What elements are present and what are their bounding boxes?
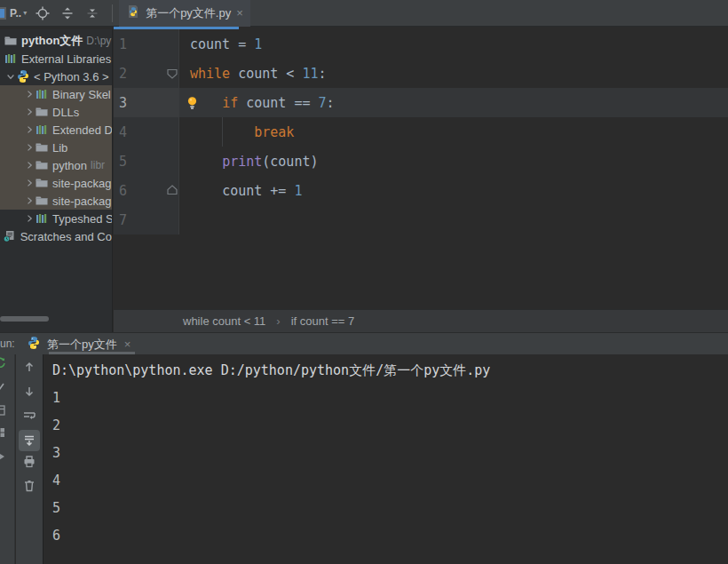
code-text: while count < 11: xyxy=(190,66,327,82)
gutter[interactable]: 6 xyxy=(114,176,179,205)
console-output-line: 2 xyxy=(52,412,728,440)
line-number: 4 xyxy=(114,124,127,140)
line-number: 1 xyxy=(114,36,127,52)
scroll-to-end-icon[interactable] xyxy=(19,430,40,451)
gutter[interactable]: 4 xyxy=(114,117,179,147)
locate-icon[interactable] xyxy=(35,5,51,21)
breadcrumb-item[interactable]: if count == 7 xyxy=(291,314,355,328)
chevron-right-icon[interactable] xyxy=(23,158,35,172)
gutter[interactable]: 1 xyxy=(114,29,179,59)
console-output-line: 3 xyxy=(52,440,728,467)
print-icon[interactable] xyxy=(22,455,36,469)
chevron-right-icon[interactable] xyxy=(23,211,35,226)
intention-bulb-icon[interactable] xyxy=(185,95,200,110)
tree-item-site-packag[interactable]: site-packag xyxy=(0,192,112,210)
tree-item-scratches-and-co[interactable]: Scratches and Co xyxy=(0,227,112,245)
line-number: 5 xyxy=(114,154,127,170)
code-cell[interactable]: break xyxy=(179,117,728,147)
code-text: count += 1 xyxy=(190,183,302,199)
code-cell[interactable]: if count == 7: xyxy=(179,88,728,117)
code-cell[interactable]: while count < 11: xyxy=(179,59,728,88)
pin-icon[interactable] xyxy=(0,449,7,464)
console-output-line: 6 xyxy=(52,522,728,550)
tree-item-python[interactable]: pythonlibr xyxy=(0,156,112,174)
collapse-all-icon[interactable] xyxy=(84,5,100,21)
expand-all-icon[interactable] xyxy=(59,5,75,21)
code-cell[interactable]: print(count) xyxy=(179,147,728,176)
gutter[interactable]: 3 xyxy=(114,88,179,117)
code-cell[interactable]: count += 1 xyxy=(179,176,728,205)
tree-item-label: Binary Skel xyxy=(52,88,111,101)
gutter[interactable]: 5 xyxy=(114,147,179,176)
run-console[interactable]: D:\python\python.exe D:/python/python文件/… xyxy=(43,354,728,564)
chevron-right-icon[interactable] xyxy=(23,87,35,101)
code-line-1: 1count = 1 xyxy=(114,29,728,59)
console-output-line: 1 xyxy=(52,385,728,412)
code-text: count = 1 xyxy=(190,36,262,52)
code-line-6: 6 count += 1 xyxy=(114,176,728,205)
soft-wrap-icon[interactable] xyxy=(22,409,36,423)
chevron-right-icon[interactable] xyxy=(23,105,35,119)
code-cell[interactable]: count = 1 xyxy=(179,29,728,59)
chevron-down-icon[interactable] xyxy=(4,69,16,83)
console-output-line: 4 xyxy=(52,467,728,495)
tree-item-site-packag[interactable]: site-packag xyxy=(0,174,112,192)
chevron-right-icon[interactable] xyxy=(23,123,35,137)
code-cell[interactable] xyxy=(179,205,728,234)
run-panel-label: un: xyxy=(0,338,15,350)
folder-icon xyxy=(35,158,49,172)
editor-tab-title: 第一个py文件.py xyxy=(146,5,231,21)
breadcrumb-item[interactable]: while count < 11 xyxy=(183,314,265,328)
restore-layout-icon[interactable] xyxy=(0,403,7,417)
tree-item-python-[interactable]: python文件D:\py xyxy=(0,32,112,50)
settings-icon[interactable] xyxy=(0,425,7,440)
line-number: 2 xyxy=(114,66,127,82)
folder-icon xyxy=(35,105,49,119)
folder-icon xyxy=(35,140,49,155)
clear-icon[interactable] xyxy=(22,479,36,493)
tree-item-label: Typeshed S xyxy=(52,212,113,226)
tree-item-extended-d[interactable]: Extended D xyxy=(0,121,112,139)
scroll-up-icon[interactable] xyxy=(22,360,36,374)
code-line-2: 2while count < 11: xyxy=(114,59,728,88)
project-selector[interactable]: P.. ▾ xyxy=(10,7,27,20)
tree-item-binary-skel[interactable]: Binary Skel xyxy=(0,85,112,103)
run-tab-title: 第一个py文件 xyxy=(47,337,117,353)
folder-icon xyxy=(4,34,18,48)
editor-tab-file[interactable]: 第一个py文件.py × xyxy=(119,0,250,27)
library-icon xyxy=(35,123,49,137)
folder-icon xyxy=(35,194,49,208)
tree-item-label: site-packag xyxy=(52,177,111,190)
horizontal-scrollbar-thumb[interactable] xyxy=(0,316,49,322)
fold-end-icon[interactable] xyxy=(165,183,179,198)
rerun-icon[interactable] xyxy=(0,356,7,370)
tree-item-lib[interactable]: Lib xyxy=(0,139,112,156)
project-selector-label: P.. xyxy=(10,7,21,20)
chevron-right-icon[interactable] xyxy=(23,140,35,155)
tree-item-dlls[interactable]: DLLs xyxy=(0,103,112,121)
chevron-right-icon[interactable] xyxy=(23,194,35,208)
fold-start-icon[interactable] xyxy=(165,66,179,81)
tree-item-label: Lib xyxy=(52,141,67,155)
active-tab-indicator xyxy=(114,27,239,29)
chevron-right-icon[interactable] xyxy=(23,176,35,190)
scroll-down-icon[interactable] xyxy=(22,385,36,399)
console-output-line: 5 xyxy=(52,495,728,522)
tree-item-typeshed-s[interactable]: Typeshed S xyxy=(0,210,112,227)
run-toolbar-clipped xyxy=(0,354,15,564)
code-editor[interactable]: 1count = 12while count < 11:3 if count =… xyxy=(114,29,728,309)
stop-icon[interactable] xyxy=(0,379,7,393)
tree-item-suffix: libr xyxy=(91,159,105,171)
gutter[interactable]: 2 xyxy=(114,59,179,88)
python-file-icon xyxy=(126,4,140,22)
tree-item--python-3-6-[interactable]: < Python 3.6 > xyxy=(0,68,112,85)
python-icon xyxy=(27,336,41,353)
gutter[interactable]: 7 xyxy=(114,205,179,234)
tree-item-suffix: D:\py xyxy=(86,35,111,47)
tree-item-label: Extended D xyxy=(52,123,113,137)
tree-item-external-libraries[interactable]: External Libraries xyxy=(0,50,112,68)
code-line-3: 3 if count == 7: xyxy=(114,88,728,117)
close-icon[interactable]: × xyxy=(236,6,243,20)
close-icon[interactable]: × xyxy=(124,338,131,351)
tree-item-label: < Python 3.6 > xyxy=(34,70,109,83)
